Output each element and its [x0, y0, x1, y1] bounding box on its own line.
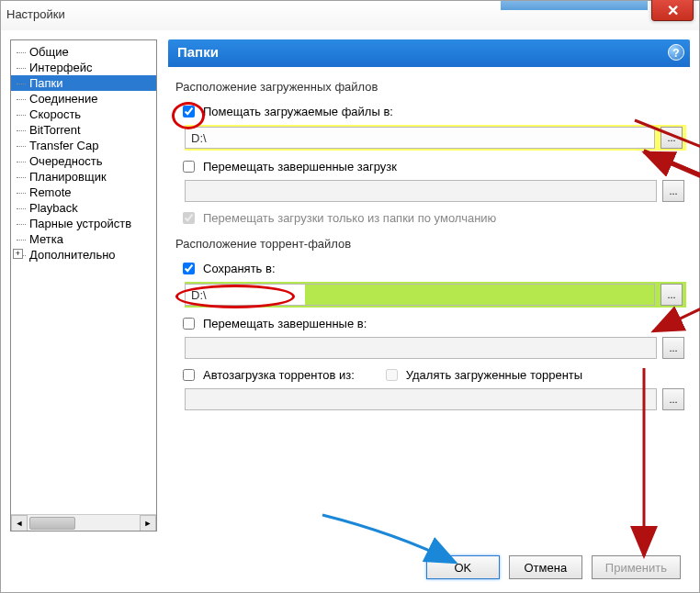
tree-item-9[interactable]: Remote [11, 185, 156, 200]
cancel-button[interactable]: Отмена [509, 555, 582, 579]
tree-item-8[interactable]: Планировщик [11, 169, 156, 185]
titlebar: Настройки ✕ [1, 1, 699, 30]
panel-header: Папки ? [168, 39, 690, 67]
chk-move-finished-torrents[interactable] [183, 318, 195, 330]
panel-title: Папки [177, 44, 219, 60]
group2-title: Расположение торрент-файлов [175, 237, 690, 251]
autoload-row: Автозагрузка торрентов из: Удалять загру… [179, 364, 690, 385]
tree-item-13[interactable]: +Дополнительно [11, 247, 156, 263]
finished-torrents-browse-button[interactable]: ... [662, 337, 684, 359]
tree-horizontal-scrollbar[interactable]: ◄ ► [11, 514, 156, 531]
tree-item-11[interactable]: Парные устройств [11, 216, 156, 231]
autoload-browse-button[interactable]: ... [662, 388, 684, 410]
downloaded-files-group: Расположение загруженных файлов Помещать… [168, 80, 690, 228]
finished-torrents-path-row: ... [185, 337, 684, 359]
chk-move-completed-label[interactable]: Перемещать завершенные загрузк [203, 160, 397, 173]
chk-save-torrents-row: Сохранять в: [179, 258, 690, 278]
chk-put-downloads[interactable] [183, 106, 195, 117]
chk-only-default[interactable] [183, 212, 195, 224]
tree-item-0[interactable]: Общие [11, 44, 156, 60]
completed-path-input[interactable] [185, 180, 657, 202]
scroll-right-arrow-icon[interactable]: ► [140, 515, 156, 531]
chk-delete-loaded-torrents-label: Удалять загруженные торренты [406, 368, 582, 382]
chk-delete-loaded-torrents[interactable] [386, 369, 398, 381]
tree-item-7[interactable]: Очередность [11, 153, 156, 169]
completed-path-browse-button[interactable]: ... [662, 180, 684, 202]
tree-item-12[interactable]: Метка [11, 231, 156, 247]
tree-item-3[interactable]: Соединение [11, 91, 156, 106]
torrent-save-browse-button[interactable]: ... [660, 284, 683, 306]
tree-item-1[interactable]: Интерфейс [11, 60, 156, 75]
chk-autoload-torrents-label[interactable]: Автозагрузка торрентов из: [203, 368, 355, 382]
torrent-save-path-input[interactable] [185, 284, 655, 306]
tree-item-10[interactable]: Playback [11, 200, 156, 216]
completed-path-row: ... [185, 180, 684, 202]
body-area: ОбщиеИнтерфейсПапкиСоединениеСкоростьBit… [1, 30, 699, 544]
tree-expander-icon[interactable]: + [13, 249, 23, 259]
close-button[interactable]: ✕ [651, 0, 694, 21]
chk-only-default-row: Перемещать загрузки только из папки по у… [179, 207, 690, 228]
settings-window: Настройки ✕ ОбщиеИнтерфейсПапкиСоединени… [0, 0, 700, 593]
apply-button[interactable]: Применить [592, 555, 681, 579]
chk-move-completed-row: Перемещать завершенные загрузк [179, 156, 690, 176]
scroll-left-arrow-icon[interactable]: ◄ [11, 515, 28, 531]
chk-only-default-label: Перемещать загрузки только из папки по у… [203, 211, 496, 225]
autoload-path-input[interactable] [185, 388, 657, 410]
download-path-browse-button[interactable]: ... [660, 127, 683, 149]
finished-torrents-path-input[interactable] [185, 337, 657, 359]
torrent-files-group: Расположение торрент-файлов Сохранять в:… [168, 237, 690, 410]
category-tree: ОбщиеИнтерфейсПапкиСоединениеСкоростьBit… [10, 39, 157, 531]
chk-move-completed[interactable] [183, 161, 195, 173]
chk-save-torrents-label[interactable]: Сохранять в: [203, 262, 276, 275]
chk-move-finished-torrents-row: Перемещать завершенные в: [179, 313, 690, 333]
autoload-path-row: ... [185, 388, 684, 410]
close-icon: ✕ [667, 2, 679, 19]
download-path-input[interactable] [185, 127, 655, 149]
help-icon[interactable]: ? [668, 44, 684, 61]
chk-put-downloads-row: Помещать загружаемые файлы в: [179, 101, 690, 121]
download-path-row: ... [185, 125, 686, 151]
ok-button[interactable]: OK [426, 555, 500, 579]
group1-title: Расположение загруженных файлов [175, 80, 690, 94]
titlebar-accent [501, 1, 648, 10]
content-panel: Папки ? Расположение загруженных файлов … [168, 39, 690, 544]
window-title: Настройки [6, 7, 65, 21]
tree-item-6[interactable]: Transfer Cap [11, 138, 156, 153]
tree-item-4[interactable]: Скорость [11, 106, 156, 122]
chk-move-finished-torrents-label[interactable]: Перемещать завершенные в: [203, 317, 367, 330]
tree-item-2[interactable]: Папки [11, 75, 156, 91]
tree-item-5[interactable]: BitTorrent [11, 122, 156, 138]
chk-autoload-torrents[interactable] [183, 369, 195, 381]
chk-put-downloads-label[interactable]: Помещать загружаемые файлы в: [203, 105, 393, 118]
dialog-button-bar: OK Отмена Применить [426, 555, 681, 579]
torrent-save-path-row: ... [185, 282, 686, 308]
chk-save-torrents[interactable] [183, 263, 195, 274]
scroll-thumb[interactable] [29, 517, 75, 530]
